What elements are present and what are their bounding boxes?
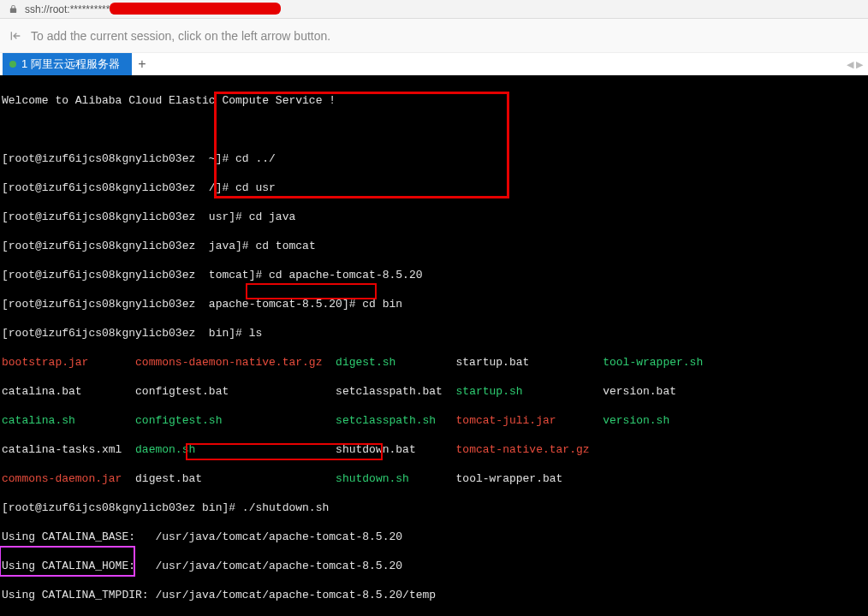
line: Using CATALINA_HOME: /usr/java/tomcat/ap…	[2, 559, 866, 573]
add-tab-button[interactable]: +	[132, 53, 152, 75]
line: [root@izuf6ijcs08kgnylicb03ez bin]# ./sh…	[2, 500, 866, 515]
line: [root@izuf6ijcs08kgnylicb03ez bin]# ls	[2, 326, 866, 341]
line: [root@izuf6ijcs08kgnylicb03ez /]# cd usr	[2, 181, 866, 195]
redaction-scribble	[110, 3, 281, 15]
line: [root@izuf6ijcs08kgnylicb03ez usr]# cd j…	[2, 210, 866, 224]
tab-bar: 1 阿里云远程服务器 + ◀ ▶	[0, 53, 868, 75]
line	[2, 122, 866, 137]
line: [root@izuf6ijcs08kgnylicb03ez apache-tom…	[2, 297, 866, 311]
line: catalina.sh configtest.sh setclasspath.s…	[2, 413, 866, 428]
arrow-icon	[9, 29, 22, 43]
session-tab[interactable]: 1 阿里云远程服务器	[3, 53, 132, 75]
tab-nav-arrows[interactable]: ◀ ▶	[847, 53, 868, 75]
line: [root@izuf6ijcs08kgnylicb03ez java]# cd …	[2, 239, 866, 253]
line: catalina.bat configtest.bat setclasspath…	[2, 384, 866, 399]
hint-bar: To add the current session, click on the…	[0, 19, 868, 53]
line: bootstrap.jar commons-daemon-native.tar.…	[2, 355, 866, 370]
status-dot-icon	[9, 61, 16, 68]
terminal-pane[interactable]: Welcome to Alibaba Cloud Elastic Compute…	[0, 75, 868, 616]
terminal-output: Welcome to Alibaba Cloud Elastic Compute…	[2, 79, 866, 616]
hint-text: To add the current session, click on the…	[31, 29, 330, 43]
lock-icon	[9, 4, 18, 14]
line: catalina-tasks.xml daemon.sh shutdown.ba…	[2, 442, 866, 457]
line: Using CATALINA_TMPDIR: /usr/java/tomcat/…	[2, 588, 866, 602]
line: commons-daemon.jar digest.bat shutdown.s…	[2, 471, 866, 486]
line: [root@izuf6ijcs08kgnylicb03ez tomcat]# c…	[2, 268, 866, 282]
address-bar: ssh://root:**********@1	[0, 0, 868, 19]
line: Using CATALINA_BASE: /usr/java/tomcat/ap…	[2, 530, 866, 544]
tab-label: 1 阿里云远程服务器	[21, 56, 120, 72]
line: [root@izuf6ijcs08kgnylicb03ez ~]# cd ../	[2, 151, 866, 166]
line: Welcome to Alibaba Cloud Elastic Compute…	[2, 93, 866, 108]
